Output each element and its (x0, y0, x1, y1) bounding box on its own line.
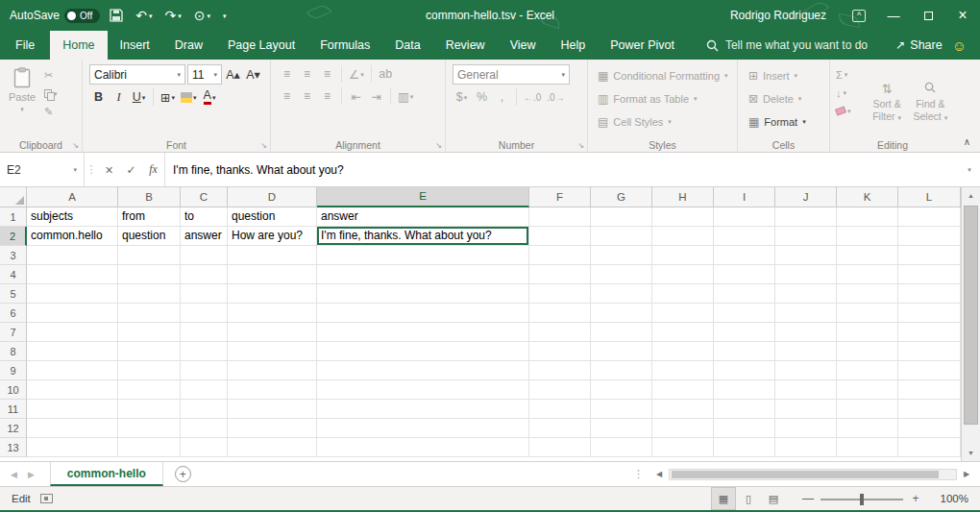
row-header-5[interactable]: 5 (0, 284, 27, 304)
cell-A2[interactable]: common.hello (27, 227, 118, 246)
cell-L1[interactable] (898, 207, 961, 227)
cell-F4[interactable] (529, 265, 591, 284)
cell-I13[interactable] (714, 438, 775, 457)
fill-color-button[interactable]: ▾ (179, 87, 199, 107)
cell-B5[interactable] (118, 284, 181, 304)
cell-D5[interactable] (228, 284, 317, 304)
cell-G13[interactable] (591, 438, 652, 457)
cell-J6[interactable] (775, 304, 837, 323)
cell-I8[interactable] (714, 342, 775, 361)
row-header-12[interactable]: 12 (0, 419, 27, 438)
borders-button[interactable]: ⊞ ▾ (159, 87, 177, 107)
cell-I1[interactable] (714, 207, 775, 227)
column-header-H[interactable]: H (652, 187, 714, 207)
cell-G5[interactable] (591, 284, 652, 304)
cell-C1[interactable]: to (181, 207, 228, 227)
cell-I10[interactable] (714, 380, 775, 400)
normal-view-button[interactable]: ▦ (711, 487, 736, 510)
column-header-D[interactable]: D (228, 187, 317, 207)
cell-I6[interactable] (714, 304, 775, 323)
cell-A6[interactable] (27, 304, 118, 323)
cell-C11[interactable] (181, 400, 228, 419)
tab-draw[interactable]: Draw (162, 31, 215, 60)
zoom-slider-thumb[interactable] (860, 494, 864, 505)
cell-G7[interactable] (591, 323, 652, 342)
autosum-button[interactable]: Σ ▾ (833, 66, 865, 83)
cell-E6[interactable] (317, 304, 529, 323)
cell-E1[interactable]: answer (317, 207, 529, 227)
tab-page-layout[interactable]: Page Layout (215, 31, 307, 60)
grow-font-button[interactable]: A▴ (224, 65, 242, 85)
column-header-L[interactable]: L (898, 187, 961, 207)
column-header-A[interactable]: A (27, 187, 118, 207)
align-middle-button[interactable]: ≡ (298, 64, 316, 84)
cell-K1[interactable] (837, 207, 898, 227)
formula-input[interactable]: I'm fine, thanks. What about you? (164, 153, 959, 186)
cell-J3[interactable] (775, 246, 837, 265)
cell-F7[interactable] (529, 323, 591, 342)
horizontal-scrollbar-thumb[interactable] (672, 471, 939, 478)
zoom-slider[interactable] (819, 487, 905, 510)
cell-B7[interactable] (118, 323, 181, 342)
cell-B3[interactable] (118, 246, 181, 265)
cell-K11[interactable] (837, 400, 898, 419)
cell-G2[interactable] (591, 227, 652, 246)
cell-L6[interactable] (898, 304, 961, 323)
cell-H2[interactable] (652, 227, 714, 246)
cell-F11[interactable] (529, 400, 591, 419)
cell-E9[interactable] (317, 361, 529, 380)
cell-F2[interactable] (529, 227, 591, 246)
cell-F10[interactable] (529, 380, 591, 400)
cell-G12[interactable] (591, 419, 652, 438)
cell-L7[interactable] (898, 323, 961, 342)
column-header-E[interactable]: E (317, 187, 529, 207)
cell-E7[interactable] (317, 323, 529, 342)
increase-decimal-button[interactable]: ←.0 (522, 87, 543, 107)
autosave-toggle[interactable]: Off (64, 9, 100, 23)
cell-E3[interactable] (317, 246, 529, 265)
cell-D12[interactable] (228, 419, 317, 438)
cell-I12[interactable] (714, 419, 775, 438)
cell-C10[interactable] (181, 380, 228, 400)
cell-D6[interactable] (228, 304, 317, 323)
cell-C12[interactable] (181, 419, 228, 438)
tab-formulas[interactable]: Formulas (307, 31, 382, 60)
enter-button[interactable]: ✓ (120, 153, 142, 186)
cell-D3[interactable] (228, 246, 317, 265)
merge-center-button[interactable]: ▥ ▾ (396, 86, 415, 106)
cell-C5[interactable] (181, 284, 228, 304)
align-bottom-button[interactable]: ≡ (318, 64, 336, 84)
cell-G8[interactable] (591, 342, 652, 361)
cell-B10[interactable] (118, 380, 181, 400)
minimize-button[interactable]: — (876, 0, 911, 31)
scroll-left-button[interactable]: ◀ (651, 470, 667, 478)
expand-formula-bar-button[interactable]: ▾ (959, 153, 980, 186)
row-header-10[interactable]: 10 (0, 380, 27, 400)
cell-L4[interactable] (898, 265, 961, 284)
shrink-font-button[interactable]: A▾ (244, 65, 262, 85)
select-all-button[interactable] (0, 187, 27, 207)
cell-L5[interactable] (898, 284, 961, 304)
cell-B13[interactable] (118, 438, 181, 457)
cell-E2[interactable]: I'm fine, thanks. What about you? (317, 227, 529, 246)
cell-F6[interactable] (529, 304, 591, 323)
page-break-view-button[interactable]: ▤ (761, 487, 786, 510)
cell-K13[interactable] (837, 438, 898, 457)
formula-bar-splitter[interactable]: ⋮ (85, 153, 98, 186)
format-cells-button[interactable]: ▦ Format ▾ (741, 110, 826, 133)
percent-style-button[interactable]: % (473, 87, 491, 107)
vertical-scrollbar[interactable]: ▲ ▼ (961, 187, 980, 461)
cell-E4[interactable] (317, 265, 529, 284)
cell-A3[interactable] (27, 246, 118, 265)
column-header-K[interactable]: K (837, 187, 898, 207)
align-right-button[interactable]: ≡ (318, 86, 336, 106)
share-button[interactable]: ↗ Share (895, 31, 942, 60)
ribbon-display-options-button[interactable]: ^ (842, 0, 876, 31)
align-center-button[interactable]: ≡ (298, 86, 316, 106)
horizontal-scrollbar[interactable]: ◀ ▶ (651, 469, 974, 480)
zoom-percentage[interactable]: 100% (924, 493, 968, 504)
cell-J10[interactable] (775, 380, 837, 400)
tab-help[interactable]: Help (549, 31, 599, 60)
vertical-scrollbar-thumb[interactable] (964, 206, 978, 425)
cell-J13[interactable] (775, 438, 837, 457)
